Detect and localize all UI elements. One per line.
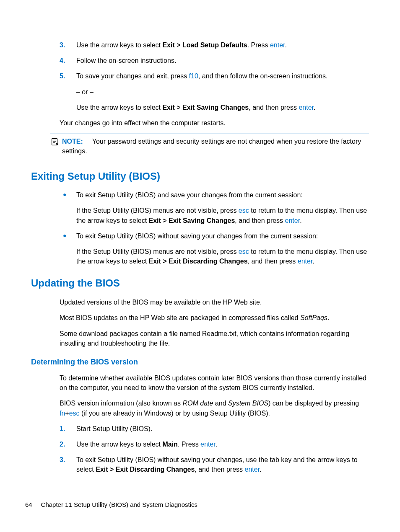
heading-determining: Determining the BIOS version [31,356,369,367]
det-p2: BIOS version information (also known as … [60,398,369,418]
note-body: NOTE: Your password settings and securit… [62,137,369,156]
page-footer: 64 Chapter 11 Setup Utility (BIOS) and S… [25,500,197,509]
text: . [300,217,301,224]
menu-path: Exit > Load Setup Defaults [162,41,247,49]
system-bios: System BIOS [228,400,268,407]
menu-path: Exit > Exit Discarding Changes [96,466,195,473]
key-enter: enter [299,104,314,111]
or-separator: – or – [76,87,369,97]
bullet-lead: To exit Setup Utility (BIOS) without sav… [76,231,369,241]
text: , and then press [195,466,244,473]
text: Use the arrow keys to select [76,104,162,111]
text: and [213,400,228,407]
text: . [314,104,315,111]
update-p1: Updated versions of the BIOS may be avai… [60,297,369,307]
bullet-icon: ● [60,190,76,225]
menu-main: Main [162,441,177,448]
text: . [285,41,287,49]
key-enter: enter [200,441,216,448]
det-step-3: 3. To exit Setup Utility (BIOS) without … [60,455,369,474]
bullet-body: To exit Setup Utility (BIOS) and save yo… [76,190,369,225]
text: . Press [178,441,200,448]
text: . Press [247,41,270,49]
step-number: 2. [60,439,76,449]
step-number: 4. [60,56,76,65]
step-body: To exit Setup Utility (BIOS) without sav… [76,455,369,474]
text: (if you are already in Windows) or by us… [80,410,270,417]
note-icon [50,137,62,156]
menu-path: Exit > Exit Saving Changes [149,217,235,224]
step-body: Follow the on-screen instructions. [76,56,369,65]
exit-bullet-1: ● To exit Setup Utility (BIOS) and save … [60,190,369,225]
ordered-list-top: 3. Use the arrow keys to select Exit > L… [60,40,369,112]
step-5: 5. To save your changes and exit, press … [60,71,369,112]
bullet-lead: To exit Setup Utility (BIOS) and save yo… [76,190,369,200]
menu-path: Exit > Exit Discarding Changes [149,258,248,265]
plus: + [65,410,69,417]
key-enter: enter [270,41,285,49]
text: . [216,441,217,448]
text: If the Setup Utility (BIOS) menus are no… [76,248,239,255]
bullet-body: To exit Setup Utility (BIOS) without sav… [76,231,369,266]
text: . [327,314,329,321]
text: BIOS version information (also known as [60,400,182,407]
step-number: 3. [60,455,76,474]
note-label: NOTE: [62,138,83,145]
step-number: 1. [60,424,76,434]
text: Most BIOS updates on the HP Web site are… [60,314,300,321]
note-text: Your password settings and security sett… [62,138,361,155]
bullet-detail: If the Setup Utility (BIOS) menus are no… [76,247,369,266]
text: , and then press [248,258,298,265]
step-4: 4. Follow the on-screen instructions. [60,56,369,65]
text: . [312,258,314,265]
update-p3: Some download packages contain a file na… [60,329,369,348]
exit-bullets: ● To exit Setup Utility (BIOS) and save … [60,190,369,266]
text: If the Setup Utility (BIOS) menus are no… [76,207,239,214]
det-step-1: 1. Start Setup Utility (BIOS). [60,424,369,434]
rom-date: ROM date [182,400,213,407]
step-body: Use the arrow keys to select Exit > Load… [76,40,369,50]
step-3: 3. Use the arrow keys to select Exit > L… [60,40,369,50]
chapter-title: Chapter 11 Setup Utility (BIOS) and Syst… [41,501,198,508]
key-esc: esc [239,207,249,214]
det-p1: To determine whether available BIOS upda… [60,373,369,393]
text: , and then press [249,104,299,111]
update-p2: Most BIOS updates on the HP Web site are… [60,313,369,323]
key-enter: enter [245,466,260,473]
text: Use the arrow keys to select [76,441,162,448]
restart-paragraph: Your changes go into effect when the com… [60,118,369,128]
note-box: NOTE: Your password settings and securit… [50,134,369,159]
step-body: To save your changes and exit, press f10… [76,71,369,112]
key-enter: enter [298,258,313,265]
key-esc: esc [239,248,249,255]
heading-updating: Updating the BIOS [31,276,369,291]
text: To save your changes and exit, press [76,72,189,80]
bullet-icon: ● [60,231,76,266]
exit-bullet-2: ● To exit Setup Utility (BIOS) without s… [60,231,369,266]
step-body: Start Setup Utility (BIOS). [76,424,369,434]
key-f10: f10 [189,72,198,80]
softpaqs: SoftPaqs [300,314,327,321]
page-number: 64 [25,501,32,508]
bullet-detail: If the Setup Utility (BIOS) menus are no… [76,206,369,225]
step-number: 5. [60,71,76,112]
det-step-2: 2. Use the arrow keys to select Main. Pr… [60,439,369,449]
alt-instruction: Use the arrow keys to select Exit > Exit… [76,103,369,112]
key-esc: esc [69,410,80,417]
text: , and then follow the on-screen instruct… [198,72,328,80]
text: ) can be displayed by pressing [268,400,359,407]
heading-exiting: Exiting Setup Utility (BIOS) [31,169,369,184]
step-number: 3. [60,40,76,50]
menu-path: Exit > Exit Saving Changes [162,104,249,111]
key-enter: enter [285,217,300,224]
text: . [260,466,261,473]
det-steps: 1. Start Setup Utility (BIOS). 2. Use th… [60,424,369,475]
text: , and then press [235,217,285,224]
text: Use the arrow keys to select [76,41,162,49]
document-page: 3. Use the arrow keys to select Exit > L… [0,0,400,532]
step-body: Use the arrow keys to select Main. Press… [76,439,369,449]
key-fn: fn [60,410,65,417]
